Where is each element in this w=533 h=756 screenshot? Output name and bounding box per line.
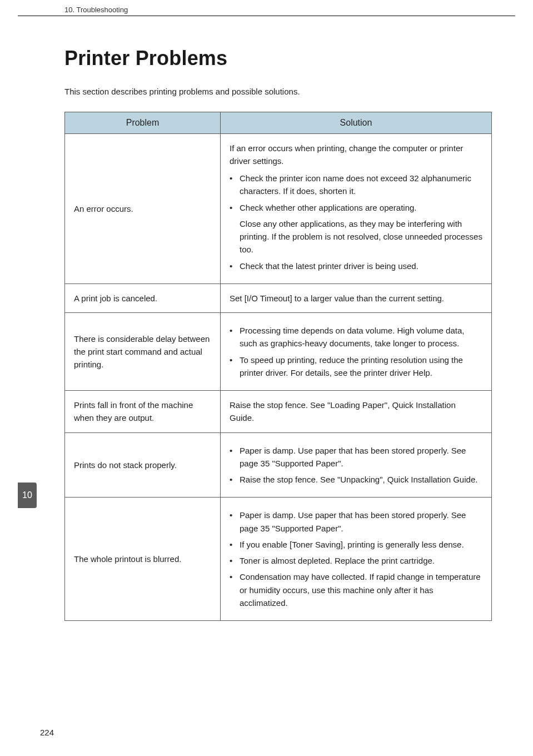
solution-list: Check the printer icon name does not exc…: [230, 172, 482, 272]
cell-solution: Raise the stop fence. See "Loading Paper…: [221, 391, 492, 433]
table-row: Prints do not stack properly. Paper is d…: [65, 432, 492, 498]
solution-lead: If an error occurs when printing, change…: [230, 142, 482, 168]
troubleshooting-table: Problem Solution An error occurs. If an …: [64, 112, 492, 621]
table-row: The whole printout is blurred. Paper is …: [65, 498, 492, 621]
page-number: 224: [40, 728, 54, 737]
list-item: Toner is almost depleted. Replace the pr…: [230, 554, 482, 567]
table-row: An error occurs. If an error occurs when…: [65, 133, 492, 284]
header-rule: [18, 16, 515, 16]
list-item: Check whether other applications are ope…: [230, 201, 482, 256]
cell-solution: Paper is damp. Use paper that has been s…: [221, 432, 492, 498]
list-item: Processing time depends on data volume. …: [230, 324, 482, 350]
col-header-solution: Solution: [221, 112, 492, 133]
cell-problem: The whole printout is blurred.: [65, 498, 221, 621]
cell-problem: Prints do not stack properly.: [65, 432, 221, 498]
cell-solution: Processing time depends on data volume. …: [221, 313, 492, 391]
cell-problem: A print job is canceled.: [65, 284, 221, 312]
cell-solution: Paper is damp. Use paper that has been s…: [221, 498, 492, 621]
col-header-problem: Problem: [65, 112, 221, 133]
solution-sub: Close any other applications, as they ma…: [240, 217, 482, 256]
list-item: Raise the stop fence. See "Unpacking", Q…: [230, 473, 482, 486]
solution-list: Processing time depends on data volume. …: [230, 324, 482, 379]
cell-problem: An error occurs.: [65, 133, 221, 284]
table-header-row: Problem Solution: [65, 112, 492, 133]
list-item: Paper is damp. Use paper that has been s…: [230, 444, 482, 470]
cell-problem: There is considerable delay between the …: [65, 313, 221, 391]
cell-solution: Set [I/O Timeout] to a larger value than…: [221, 284, 492, 312]
table-row: Prints fall in front of the machine when…: [65, 391, 492, 433]
intro-paragraph: This section describes printing problems…: [64, 86, 491, 98]
document-page: 10. Troubleshooting Printer Problems Thi…: [0, 0, 533, 756]
bullet-text: Check whether other applications are ope…: [240, 203, 417, 212]
solution-list: Paper is damp. Use paper that has been s…: [230, 509, 482, 609]
table-row: There is considerable delay between the …: [65, 313, 492, 391]
page-title: Printer Problems: [64, 47, 491, 70]
running-header: 10. Troubleshooting: [64, 6, 128, 14]
list-item: Check the printer icon name does not exc…: [230, 172, 482, 198]
list-item: Check that the latest printer driver is …: [230, 260, 482, 272]
list-item: Paper is damp. Use paper that has been s…: [230, 509, 482, 535]
cell-solution: If an error occurs when printing, change…: [221, 133, 492, 284]
list-item: If you enable [Toner Saving], printing i…: [230, 538, 482, 551]
cell-problem: Prints fall in front of the machine when…: [65, 391, 221, 433]
page-content: Printer Problems This section describes …: [64, 47, 491, 621]
chapter-tab: 10: [18, 483, 37, 508]
list-item: Condensation may have collected. If rapi…: [230, 570, 482, 609]
solution-list: Paper is damp. Use paper that has been s…: [230, 444, 482, 486]
table-row: A print job is canceled. Set [I/O Timeou…: [65, 284, 492, 312]
list-item: To speed up printing, reduce the printin…: [230, 354, 482, 380]
